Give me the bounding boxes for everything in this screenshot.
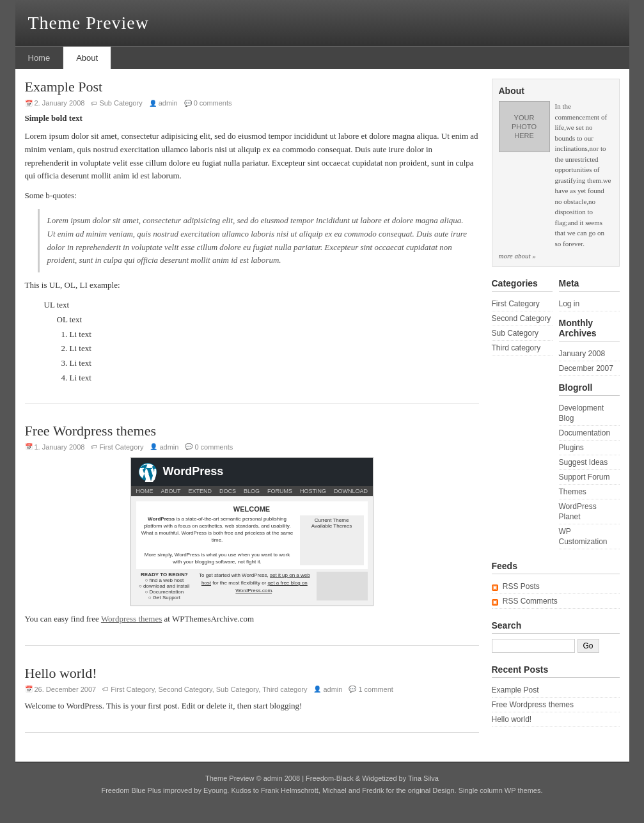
feeds-widget: Feeds ▣ RSS Posts ▣ RSS Comments (492, 561, 620, 609)
hello-world-text: Welcome to WordPress. This is your first… (25, 700, 479, 713)
post-date-1: 📅 2. January 2008 (25, 99, 85, 107)
blogroll-link-7[interactable]: WP Customization (559, 527, 608, 546)
cat-link-3[interactable]: Third category (492, 343, 541, 352)
list-item: ▣ RSS Comments (492, 594, 620, 609)
ul-item: UL text (44, 299, 479, 312)
post-meta-3: 📅 26. December 2007 🏷 First Category, Se… (25, 686, 479, 693)
footer-line1: Theme Preview © admin 2008 | Freedom-Bla… (25, 772, 620, 785)
post-author-2: 👤 admin (150, 443, 178, 451)
comment-icon-3: 💬 (349, 686, 356, 693)
cat-link-2[interactable]: Sub Category (492, 329, 538, 338)
li-item-2: Li text (70, 342, 479, 356)
post-content-2: You can easy find free Wordpress themes … (25, 613, 479, 626)
rss-icon-0: ▣ (492, 584, 498, 591)
more-about-link[interactable]: more about » (499, 252, 613, 260)
list-item: Sub Category (492, 326, 553, 341)
blogroll-link-4[interactable]: Support Forum (559, 473, 610, 482)
list-item: Log in (559, 297, 620, 311)
wp-nav-hosting: HOSTING (300, 488, 326, 494)
meta-heading: Meta (559, 278, 620, 292)
wp-nav-docs: DOCS (219, 488, 236, 494)
wp-mock: WordPress HOME ABOUT EXTEND DOCS BLOG FO… (130, 457, 373, 606)
recent-post-link-0[interactable]: Example Post (492, 686, 539, 694)
search-button[interactable]: Go (577, 639, 599, 653)
li-item-3: Li text (70, 357, 479, 370)
list-item: ▣ RSS Posts (492, 579, 620, 594)
list-item: Example Post (492, 683, 620, 698)
photo-placeholder: YOUR PHOTO HERE (499, 101, 550, 152)
post-title-2[interactable]: Free Wordpress themes (25, 423, 479, 439)
categories-widget: Categories First Category Second Categor… (492, 278, 553, 549)
archive-link-0[interactable]: January 2008 (559, 349, 606, 358)
post-li-list: Li text Li text Li text Li text (70, 328, 479, 385)
list-item: WordPress Planet (559, 499, 620, 524)
post-comments-2: 💬 0 comments (185, 443, 233, 451)
blogroll-link-0[interactable]: Development Blog (559, 404, 604, 423)
cat-link-1[interactable]: Second Category (492, 314, 551, 323)
post-bold-text: Simple bold text (25, 113, 479, 123)
wp-nav-forums: FORUMS (267, 488, 292, 494)
meta-list: Log in (559, 297, 620, 311)
list-item: December 2007 (559, 361, 620, 376)
blogroll-link-2[interactable]: Plugins (559, 443, 584, 452)
wp-nav-extend: EXTEND (189, 488, 212, 494)
post-date-3: 📅 26. December 2007 (25, 686, 97, 693)
list-item: Free Wordpress themes (492, 698, 620, 712)
recent-post-link-1[interactable]: Free Wordpress themes (492, 700, 574, 709)
post-content-1: Lorem ipsum dolor sit amet, consectetur … (25, 130, 479, 385)
site-title: Theme Preview (28, 13, 617, 33)
recent-post-link-2[interactable]: Hello world! (492, 715, 532, 724)
search-input[interactable] (492, 639, 575, 653)
cal-icon-1: 📅 (25, 100, 33, 107)
blogroll-link-3[interactable]: Suggest Ideas (559, 458, 608, 467)
post-ol-parent: OL text Li text Li text Li text Li text (57, 313, 479, 385)
nav-about[interactable]: About (63, 47, 111, 69)
comment-icon-1: 💬 (184, 100, 192, 107)
archive-link-1[interactable]: December 2007 (559, 364, 613, 373)
post-date-2: 📅 1. January 2008 (25, 443, 85, 451)
post-category-1: 🏷 Sub Category (91, 99, 142, 107)
post-category-2: 🏷 First Category (91, 443, 143, 451)
feeds-list: ▣ RSS Posts ▣ RSS Comments (492, 579, 620, 609)
post-comments-1: 💬 0 comments (184, 99, 232, 107)
post-content-3: Welcome to WordPress. This is your first… (25, 700, 479, 713)
wp-themes-link[interactable]: Wordpress themes (101, 614, 162, 623)
recent-posts-list: Example Post Free Wordpress themes Hello… (492, 683, 620, 727)
blogroll-link-1[interactable]: Documentation (559, 428, 611, 437)
cat-link-0[interactable]: First Category (492, 299, 540, 308)
blogroll-link-5[interactable]: Themes (559, 487, 586, 496)
feed-link-0[interactable]: RSS Posts (503, 582, 540, 591)
cal-icon-2: 📅 (25, 443, 33, 450)
monthly-archives-heading: Monthly Archives (559, 318, 620, 341)
post-meta-1: 📅 2. January 2008 🏷 Sub Category 👤 admin… (25, 99, 479, 107)
meta-link-0[interactable]: Log in (559, 299, 580, 308)
post-author-1: 👤 admin (149, 99, 178, 107)
post-title-3[interactable]: Hello world! (25, 665, 479, 682)
recent-posts-heading: Recent Posts (492, 664, 620, 678)
post-ul: UL text OL text Li text Li text Li text … (44, 299, 479, 385)
list-item: Third category (492, 341, 553, 356)
about-widget: About YOUR PHOTO HERE In the commencemen… (492, 79, 620, 267)
post-meta-2: 📅 1. January 2008 🏷 First Category 👤 adm… (25, 443, 479, 451)
wp-nav-download: DOWNLOAD (334, 488, 368, 494)
post-title-1[interactable]: Example Post (25, 79, 479, 95)
list-item: Documentation (559, 426, 620, 441)
search-widget: Search Go (492, 620, 620, 653)
cat-icon-3: 🏷 (102, 686, 109, 693)
comment-icon-2: 💬 (185, 443, 192, 450)
about-heading: About (499, 86, 613, 96)
post-author-3: 👤 admin (313, 686, 342, 693)
nav-home[interactable]: Home (15, 47, 64, 69)
feed-link-1[interactable]: RSS Comments (503, 597, 558, 606)
post-example-post: Example Post 📅 2. January 2008 🏷 Sub Cat… (25, 79, 479, 404)
rss-icon-1: ▣ (492, 599, 498, 606)
wp-welcome-heading: WELCOME (140, 505, 364, 513)
li-item-4: Li text (70, 372, 479, 385)
blogroll-link-6[interactable]: WordPress Planet (559, 502, 597, 521)
list-item: Hello world! (492, 712, 620, 727)
wp-ready: READY TO BEGIN? ○ find a web host ○ down… (136, 572, 193, 600)
list-item: WP Customization (559, 524, 620, 549)
this-is-label: This is UL, OL, LI example: (25, 279, 479, 292)
search-heading: Search (492, 620, 620, 634)
wp-nav-blog: BLOG (244, 488, 260, 494)
